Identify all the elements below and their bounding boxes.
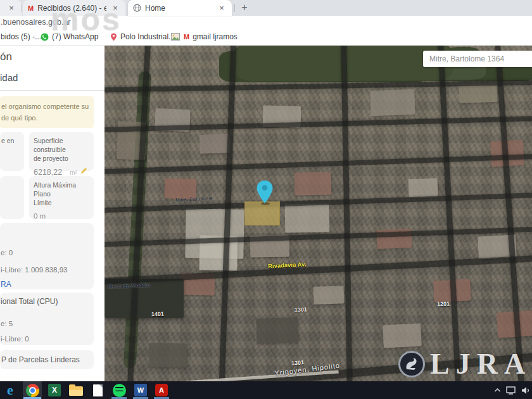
bookmark-label: bidos (5) -... (1, 32, 41, 41)
network-icon[interactable] (506, 386, 516, 395)
divider (0, 90, 104, 91)
info-card-partial (0, 176, 24, 219)
superficie-value: 6218,22 (34, 168, 62, 177)
cpu-line: i-Libre: 0 (1, 335, 29, 343)
map-texture-patch (149, 343, 187, 367)
page-content: ón idad el organismo competente su de qu… (0, 46, 532, 381)
bookmark-label: gmail ljramos (193, 32, 238, 41)
street-label-mitre: Mitre, Bartolome (175, 195, 213, 203)
block-number: 1301 (291, 359, 305, 367)
map-pin-icon (110, 33, 117, 41)
map-street (341, 46, 353, 381)
document-icon[interactable] (90, 383, 105, 397)
close-icon[interactable]: × (110, 3, 120, 13)
bookmark-item-polo[interactable]: Polo Industrial... (110, 28, 175, 45)
info-card-partial: e en (0, 132, 24, 171)
browser-tab-partial[interactable]: × (0, 0, 22, 16)
file-explorer-icon[interactable] (68, 383, 84, 397)
bookmark-item[interactable]: bidos (5) -... (1, 28, 41, 45)
edit-pencil-icon[interactable] (80, 167, 88, 175)
address-bar[interactable]: .buenosaires.gob.ar (0, 16, 532, 28)
map-texture-patch (408, 178, 438, 198)
map-street (437, 46, 462, 381)
highlighted-parcel[interactable] (244, 201, 280, 225)
card-superficie-construible: Superficie construible de proyecto 6218,… (29, 132, 94, 171)
card-title: Superficie construible de proyecto (34, 136, 94, 163)
volume-icon[interactable] (521, 386, 531, 395)
spotify-icon[interactable] (111, 383, 127, 397)
map-canvas[interactable]: Mitre, Bartolome Rivadavia Av. Yrigoyen,… (104, 46, 532, 381)
notice-line: de qué tipo. (1, 112, 90, 124)
bookmark-item-gmail[interactable]: M gmail ljramos (184, 28, 238, 45)
map-texture-patch (314, 286, 345, 305)
globe-icon (133, 4, 141, 12)
gmail-icon: M (28, 4, 34, 12)
map-texture-patch (199, 134, 230, 154)
notice-box: el organismo competente su de qué tipo. (0, 96, 94, 128)
edge-icon[interactable]: e (3, 383, 18, 397)
map-texture-patch (256, 317, 298, 344)
stats-link[interactable]: RA (1, 280, 11, 289)
map-texture-patch (285, 203, 330, 232)
card-title: Altura Máxima Plano Límite (34, 180, 94, 208)
card-cpu: ional Total (CPU) e: 5 i-Libre: 0 (0, 293, 94, 345)
stat-line: e: 0 (1, 249, 13, 256)
chrome-icon[interactable] (25, 383, 40, 397)
map-texture-patch (370, 89, 415, 116)
block-number: 1301 (294, 307, 307, 314)
bookmarks-bar: bidos (5) -... (7) WhatsApp Polo Industr… (0, 28, 532, 46)
superficie-unit: m² (70, 169, 77, 176)
map-search-input[interactable] (423, 51, 532, 67)
whatsapp-icon (41, 33, 49, 41)
ljra-watermark: LJRA (398, 351, 531, 377)
sidebar-heading: ón (0, 51, 12, 63)
chevron-up-icon[interactable] (494, 388, 501, 393)
image-icon (171, 33, 180, 41)
bookmark-item-image[interactable] (171, 28, 183, 45)
card-text: e en (1, 137, 14, 144)
sidebar-subheading: idad (0, 72, 18, 83)
screen: mos × M Recibidos (2.640) - epere × Home… (0, 0, 532, 399)
tab-separator (234, 4, 235, 12)
map-texture-patch (294, 172, 332, 195)
notice-line: el organismo competente su (1, 101, 90, 112)
altura-value: 0 m (34, 212, 94, 220)
bookmark-item-whatsapp[interactable]: (7) WhatsApp (41, 28, 98, 45)
cpu-title: ional Total (CPU) (1, 297, 58, 306)
sidebar-panel: ón idad el organismo competente su de qu… (0, 46, 104, 381)
tab-label: Recibidos (2.640) - epere (37, 4, 106, 13)
ljra-logo-icon (398, 351, 425, 377)
url-text[interactable]: .buenosaires.gob.ar (1, 18, 71, 27)
gmail-icon: M (184, 33, 189, 41)
close-icon[interactable]: × (217, 3, 227, 13)
tab-separator (22, 4, 22, 12)
excel-icon[interactable]: X (47, 383, 62, 397)
location-pin-icon[interactable] (256, 180, 274, 204)
bookmark-label: Polo Industrial... (120, 32, 175, 41)
browser-tab-gmail[interactable]: M Recibidos (2.640) - epere × (23, 0, 125, 16)
browser-tab-home[interactable]: Home × (128, 0, 232, 16)
accordion-parcelas-linderas[interactable]: P de Parcelas Linderas (0, 350, 94, 369)
card-altura-maxima: Altura Máxima Plano Límite 0 m (29, 176, 94, 219)
acrobat-icon[interactable]: A (154, 383, 169, 397)
map-texture-patch (383, 323, 422, 348)
map-street (104, 153, 532, 174)
block-number: 1401 (151, 311, 164, 318)
card-capacidad: e: 0 i-Libre: 1.009.838,93 RA (0, 223, 94, 289)
bookmark-label: (7) WhatsApp (52, 32, 98, 41)
browser-tab-strip: × M Recibidos (2.640) - epere × Home × + (0, 0, 532, 16)
cpu-line: e: 5 (1, 320, 13, 327)
tab-label: Home (145, 4, 213, 13)
word-icon[interactable]: W (133, 383, 148, 397)
block-number: 1201 (437, 300, 450, 307)
close-icon[interactable]: × (6, 3, 16, 13)
new-tab-button[interactable]: + (238, 1, 251, 14)
stat-line: i-Libre: 1.009.838,93 (1, 266, 68, 274)
ljra-watermark-text: LJRA (430, 351, 531, 377)
windows-taskbar: e X W A (0, 381, 532, 399)
system-tray (494, 381, 532, 399)
